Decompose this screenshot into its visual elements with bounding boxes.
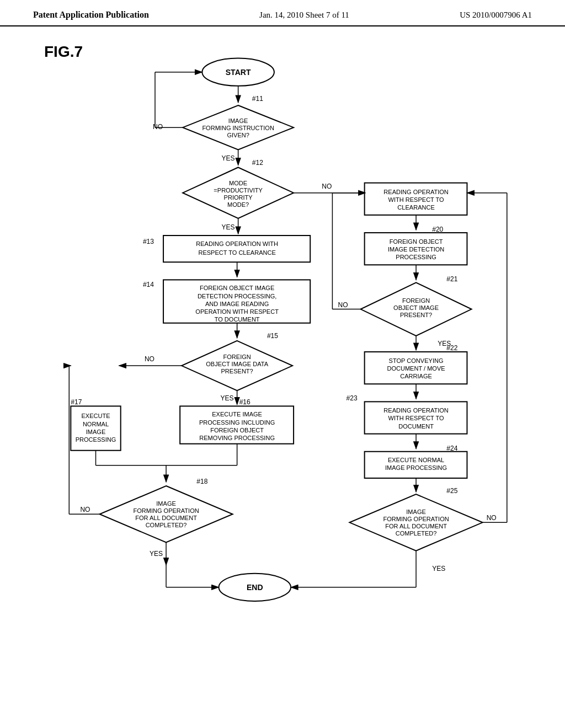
svg-text:END: END [247,583,263,592]
svg-text:YES: YES [222,154,235,162]
svg-text:DOCUMENT / MOVE: DOCUMENT / MOVE [387,365,445,372]
header-publication-title: Patent Application Publication [33,10,149,20]
svg-text:PRESENT?: PRESENT? [221,368,253,374]
svg-text:DOCUMENT: DOCUMENT [398,423,434,430]
svg-text:WITH RESPECT TO: WITH RESPECT TO [388,196,445,203]
svg-text:FORMING OPERATION: FORMING OPERATION [133,507,199,514]
svg-text:IMAGE: IMAGE [406,508,426,515]
svg-text:COMPLETED?: COMPLETED? [396,530,437,537]
n22-label: #22 [446,344,457,352]
diagram-area: FIG.7 START #11 IMAGE FORMING INSTRUCTIO… [0,26,565,688]
svg-text:YES: YES [432,565,445,572]
svg-text:NO: NO [145,355,154,363]
svg-text:READING OPERATION WITH: READING OPERATION WITH [196,240,278,247]
svg-text:EXECUTE NORMAL: EXECUTE NORMAL [388,457,444,463]
svg-text:EXECUTE: EXECUTE [81,413,110,419]
svg-text:FOREIGN: FOREIGN [402,297,430,304]
svg-text:FOR ALL DOCUMENT: FOR ALL DOCUMENT [135,515,197,521]
svg-text:PRESENT?: PRESENT? [400,312,432,318]
svg-text:FOREIGN OBJECT: FOREIGN OBJECT [390,238,443,245]
n21-label: #21 [446,275,457,283]
svg-text:NO: NO [487,514,497,522]
svg-text:PROCESSING: PROCESSING [396,254,436,260]
svg-text:MODE: MODE [229,180,247,186]
figure-label: FIG.7 [44,43,83,61]
svg-text:IMAGE: IMAGE [156,500,176,507]
svg-text:NORMAL: NORMAL [83,421,109,427]
svg-text:OPERATION WITH RESPECT: OPERATION WITH RESPECT [195,308,279,315]
svg-text:FOREIGN OBJECT: FOREIGN OBJECT [210,427,264,433]
svg-text:RESPECT TO CLEARANCE: RESPECT TO CLEARANCE [198,249,275,256]
svg-text:OBJECT IMAGE DATA: OBJECT IMAGE DATA [206,361,268,367]
svg-text:YES: YES [221,394,234,402]
no-label-11: NO [153,123,163,131]
svg-text:NO: NO [322,183,332,190]
n15-label: #15 [267,332,278,340]
svg-text:FOREIGN OBJECT IMAGE: FOREIGN OBJECT IMAGE [200,285,274,291]
svg-text:REMOVING PROCESSING: REMOVING PROCESSING [199,435,275,441]
n20-label: #20 [432,226,443,233]
svg-rect-21 [163,235,310,262]
svg-text:=PRODUCTIVITY: =PRODUCTIVITY [214,187,263,194]
flowchart-svg: START #11 IMAGE FORMING INSTRUCTION GIVE… [33,38,532,677]
svg-text:NO: NO [338,301,348,309]
svg-text:IMAGE DETECTION: IMAGE DETECTION [388,246,444,253]
svg-text:COMPLETED?: COMPLETED? [146,522,187,528]
svg-text:IMAGE PROCESSING: IMAGE PROCESSING [385,464,447,471]
svg-text:AND IMAGE READING: AND IMAGE READING [205,301,269,307]
svg-text:FOR ALL DOCUMENT: FOR ALL DOCUMENT [385,523,447,529]
svg-text:FORMING OPERATION: FORMING OPERATION [383,516,449,522]
n14-label: #14 [143,281,154,288]
start-label: START [226,68,251,77]
n25-label: #25 [446,487,457,495]
svg-text:YES: YES [150,550,163,558]
svg-text:OBJECT IMAGE: OBJECT IMAGE [393,304,439,311]
svg-text:PROCESSING INCLUDING: PROCESSING INCLUDING [199,419,275,426]
svg-text:DETECTION PROCESSING,: DETECTION PROCESSING, [198,293,276,299]
n17-label: #17 [71,398,82,406]
svg-text:NO: NO [80,506,90,513]
page-header: Patent Application Publication Jan. 14, … [0,0,565,26]
n12-label: #12 [252,159,263,167]
svg-text:CARRIAGE: CARRIAGE [400,373,432,379]
svg-text:STOP CONVEYING: STOP CONVEYING [389,357,444,364]
svg-text:READING OPERATION: READING OPERATION [383,189,449,195]
n23-label: #23 [347,394,358,402]
n13-label: #13 [143,238,154,245]
svg-text:FOREIGN: FOREIGN [223,354,251,360]
n16-label: #16 [239,398,250,406]
svg-text:PRIORITY: PRIORITY [224,194,253,201]
svg-text:TO DOCUMENT: TO DOCUMENT [215,316,260,323]
svg-text:CLEARANCE: CLEARANCE [397,204,434,211]
header-date-sheet: Jan. 14, 2010 Sheet 7 of 11 [259,10,349,20]
svg-text:MODE?: MODE? [227,201,249,208]
svg-text:WITH RESPECT TO: WITH RESPECT TO [388,415,445,422]
svg-text:PROCESSING: PROCESSING [76,436,116,443]
header-patent-number: US 2010/0007906 A1 [460,10,532,20]
svg-text:EXECUTE IMAGE: EXECUTE IMAGE [212,411,262,417]
n18-label: #18 [196,478,207,485]
n24-label: #24 [446,445,457,452]
svg-text:IMAGE: IMAGE [228,117,248,124]
svg-text:GIVEN?: GIVEN? [227,132,249,138]
svg-text:READING OPERATION: READING OPERATION [383,407,449,414]
svg-text:YES: YES [222,223,235,231]
n11-label: #11 [252,95,263,103]
svg-text:IMAGE: IMAGE [86,429,106,435]
svg-text:FORMING INSTRUCTION: FORMING INSTRUCTION [202,125,274,131]
